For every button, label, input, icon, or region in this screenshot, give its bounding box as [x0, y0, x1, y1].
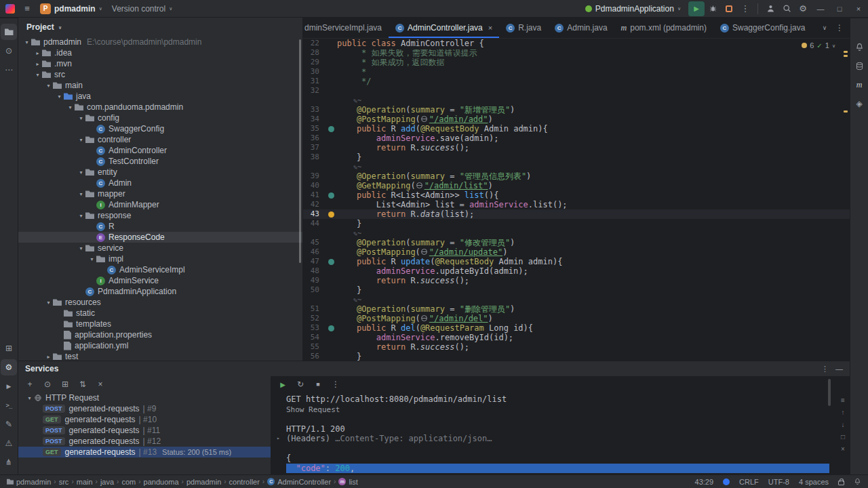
file-encoding[interactable]: UTF-8 [768, 478, 789, 486]
code-line-44[interactable]: 44 } [303, 219, 850, 228]
breadcrumb-admincontroller[interactable]: CAdminController [267, 478, 331, 486]
structure-tool-icon[interactable]: ⊞ [1, 340, 17, 357]
minimize-button[interactable]: — [811, 0, 830, 18]
editor-tab-dminserviceimpl-java[interactable]: dminServiceImpl.java [303, 18, 389, 38]
tree-item-testcontroller[interactable]: CTestController [18, 156, 302, 167]
stop-icon[interactable]: ■ [313, 381, 323, 388]
tree-item-idea[interactable]: ▸.idea [18, 47, 302, 58]
response-scrollbar[interactable] [828, 379, 831, 406]
close-button[interactable]: × [849, 0, 868, 18]
code-line-40[interactable]: 40 @GetMapping("/admin/list") [303, 181, 850, 190]
project-panel-title[interactable]: Project [26, 22, 54, 32]
run-tool-icon[interactable]: ▶ [1, 378, 17, 394]
database-tool-icon[interactable] [851, 58, 867, 74]
settings-button[interactable]: ⚙ [795, 1, 811, 16]
code-line-54[interactable]: 54 adminService.removeById(id); [303, 333, 850, 342]
chevron-down-icon[interactable]: ▾ [77, 191, 85, 197]
tree-item-test[interactable]: ▸test [18, 351, 302, 361]
code-line-45[interactable]: 45 @Operation(summary = "修改管理员") [303, 238, 850, 247]
breadcrumb-pdmadmin[interactable]: pdmadmin [7, 478, 51, 486]
code-line-32[interactable]: 32 [303, 86, 850, 96]
caret-position[interactable]: 43:29 [695, 478, 714, 486]
status-indicator-icon[interactable] [723, 479, 730, 485]
notifications-icon[interactable] [854, 478, 861, 485]
breadcrumb-panduoma[interactable]: panduoma [144, 478, 179, 486]
chevron-down-icon[interactable]: ▾ [22, 39, 31, 45]
bulb-gutter-icon[interactable] [325, 209, 337, 219]
tree-item-response[interactable]: ▾response [18, 210, 302, 221]
problems-tool-icon[interactable]: ⚠ [1, 435, 17, 451]
code-line-29[interactable]: 29 * 如果成功，返回数据 [303, 58, 850, 67]
tree-item-adminserviceimpl[interactable]: CAdminServiceImpl [18, 264, 302, 275]
request-item-13[interactable]: GETgenerated-requests| #13Status: 200 (5… [18, 447, 271, 458]
tree-item-adminmapper[interactable]: IAdminMapper [18, 199, 302, 210]
code-line-30[interactable]: 30 * [303, 67, 850, 77]
endpoint-gutter-icon[interactable] [325, 257, 337, 266]
request-item-10[interactable]: GETgenerated-requests| #10 [18, 414, 271, 425]
tree-item-service[interactable]: ▾service [18, 243, 302, 253]
debug-tool-icon[interactable]: ✎ [1, 416, 17, 432]
scroll-to-end-icon[interactable]: ↓ [841, 421, 844, 428]
endpoint-gutter-icon[interactable] [325, 124, 337, 134]
debug-button[interactable] [705, 1, 721, 16]
code-line-46[interactable]: 46 @PostMapping("/admin/update") [303, 247, 850, 257]
indent-style[interactable]: 4 spaces [799, 478, 829, 486]
code-line-50[interactable]: 50 } [303, 285, 850, 295]
breadcrumb-controller[interactable]: controller [229, 478, 260, 486]
editor-scrollbar[interactable] [843, 39, 850, 361]
endpoint-gutter-icon[interactable] [325, 323, 337, 333]
tree-item-pdmadmin[interactable]: ▾pdmadminE:\course\pdmadmin\pdmadmin [18, 37, 302, 47]
breadcrumb-java[interactable]: java [100, 478, 114, 486]
stop-button[interactable] [721, 1, 737, 16]
notifications-tool-icon[interactable] [851, 39, 867, 55]
code-line[interactable]: ✎~ [303, 295, 850, 304]
response-line-8[interactable]: "code": 200, [286, 464, 829, 474]
chevron-right-icon[interactable]: ▸ [33, 61, 42, 67]
terminal-tool-icon[interactable]: >_ [1, 397, 17, 413]
tree-item-controller[interactable]: ▾controller [18, 134, 302, 145]
panel-options-icon[interactable]: ⋮ [821, 365, 829, 373]
close-output-icon[interactable]: × [841, 445, 845, 453]
tree-item-resources[interactable]: ▾resources [18, 297, 302, 308]
chevron-right-icon[interactable]: ▸ [33, 50, 42, 56]
project-widget-button[interactable]: P pdmadmin ∨ [35, 1, 107, 16]
breadcrumb-src[interactable]: src [59, 478, 69, 486]
run-button[interactable]: ▶ [688, 1, 705, 16]
tree-item-pdmadminapplication[interactable]: CPdmadminApplication [18, 286, 302, 297]
code-line-22[interactable]: 22public class AdminController { [303, 39, 850, 48]
rerun-request-icon[interactable]: ▶ [278, 381, 288, 388]
tab-options-button[interactable]: ⋮ [833, 22, 846, 34]
tree-item-mapper[interactable]: ▾mapper [18, 188, 302, 199]
sort-icon[interactable]: ⇅ [78, 380, 87, 389]
editor[interactable]: 22public class AdminController {28 * 如果失… [303, 39, 850, 361]
code-with-me-button[interactable] [762, 1, 778, 16]
tree-item-src[interactable]: ▾src [18, 69, 302, 80]
chevron-down-icon[interactable]: ▾ [77, 137, 85, 143]
code-line-52[interactable]: 52 @PostMapping("/admin/del") [303, 314, 850, 323]
editor-tab-r-java[interactable]: CR.java [499, 18, 548, 38]
breadcrumb-pdmadmin[interactable]: pdmadmin [186, 478, 221, 486]
tree-item-main[interactable]: ▾main [18, 80, 302, 91]
chevron-down-icon[interactable]: ▾ [25, 395, 34, 401]
tree-item-templates[interactable]: templates [18, 319, 302, 329]
readonly-lock-icon[interactable] [838, 481, 844, 485]
run-dashboard-icon[interactable]: ⊙ [43, 380, 52, 389]
code-line[interactable]: ✎~ [303, 228, 850, 238]
services-tool-icon[interactable]: ⚙ [1, 359, 17, 375]
copy-icon[interactable]: ⊞ [60, 380, 70, 389]
tree-item-swaggerconfig[interactable]: CSwaggerConfig [18, 123, 302, 134]
chevron-down-icon[interactable]: ▾ [77, 245, 85, 251]
add-service-icon[interactable]: + [25, 380, 35, 389]
code-line[interactable]: ✎~ [303, 162, 850, 171]
project-tool-icon[interactable] [1, 24, 17, 40]
editor-tab-generated-requests-http[interactable]: ⇄generated-requests.http [812, 18, 818, 38]
code-line-51[interactable]: 51 @Operation(summary = "删除管理员") [303, 304, 850, 314]
tree-item-static[interactable]: static [18, 308, 302, 319]
vcs-widget-button[interactable]: Version control ∨ [107, 1, 178, 16]
scroll-to-top-icon[interactable]: ↑ [841, 409, 844, 416]
maximize-button[interactable]: □ [830, 0, 849, 18]
tree-item-responsecode[interactable]: EResponseCode [18, 232, 302, 243]
request-item-12[interactable]: POSTgenerated-requests| #12 [18, 436, 271, 447]
tree-item-application-properties[interactable]: application.properties [18, 329, 302, 340]
chevron-down-icon[interactable]: ▾ [77, 169, 85, 176]
